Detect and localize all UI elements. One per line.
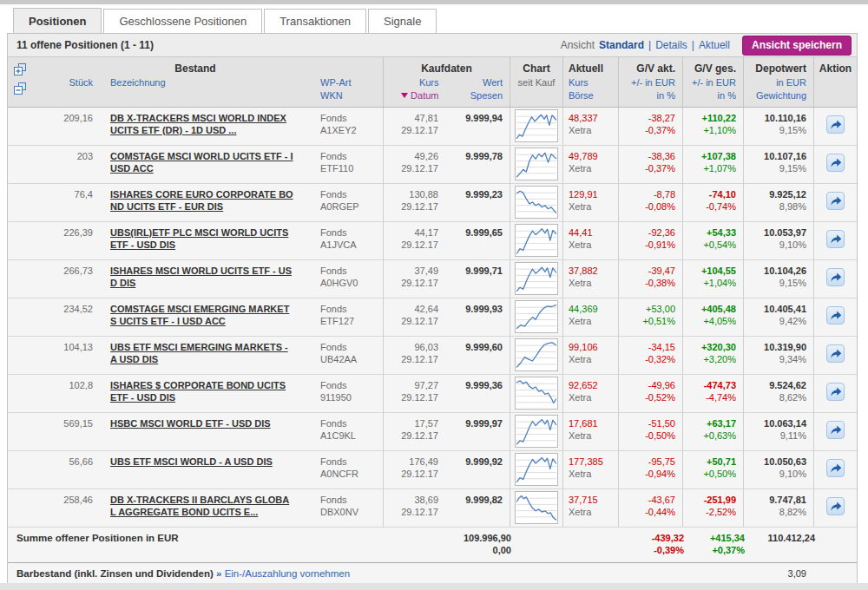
position-row: 569,15 HSBC MSCI WORLD ETF - USD DIS Fon…	[8, 413, 857, 451]
column-aktuell-kurs[interactable]: Kurs	[569, 76, 618, 89]
column-wert[interactable]: Wert	[446, 76, 503, 89]
column-stueck[interactable]: Stück	[34, 76, 93, 89]
trade-action-button[interactable]	[826, 192, 845, 210]
position-name-link[interactable]: ISHARES $ CORPORATE BOND UCITS ETF - USD…	[110, 379, 294, 403]
tab-positionen[interactable]: Positionen	[13, 8, 102, 33]
column-gewichtung[interactable]: Gewichtung	[744, 89, 806, 102]
column-group-bestand: Bestand	[8, 62, 383, 76]
position-name-link[interactable]: ISHARES CORE EURO CORPORATE BOND UCITS E…	[110, 188, 294, 213]
sum-gv-akt-pct: -0,39%	[627, 544, 684, 556]
collapse-all-icon[interactable]	[13, 82, 27, 95]
gv-ges-eur: +50,71	[683, 456, 736, 468]
trade-action-button[interactable]	[826, 383, 845, 401]
depot-value-cell: 10.063,14 9,11%	[743, 413, 813, 450]
deposit-withdrawal-link[interactable]: Ein-/Auszahlung vornehmen	[225, 568, 350, 579]
trade-action-button[interactable]	[826, 115, 845, 134]
forward-arrow-icon	[828, 193, 843, 208]
purchase-date: 29.12.17	[384, 277, 438, 289]
gv-akt-eur: -34,15	[619, 341, 675, 353]
trade-action-button[interactable]	[826, 230, 845, 248]
position-name-link[interactable]: UBS ETF MSCI EMERGING MARKETS - A USD DI…	[110, 341, 294, 365]
purchase-date: 29.12.17	[384, 468, 438, 480]
sparkline-chart[interactable]	[515, 109, 558, 142]
exchange-name: Xetra	[569, 429, 618, 442]
position-row: 104,13 UBS ETF MSCI EMERGING MARKETS - A…	[8, 337, 857, 375]
tab-signale[interactable]: Signale	[368, 9, 437, 33]
gv-akt-pct: -0,94%	[619, 468, 675, 480]
column-gv-akt-eur[interactable]: +/- in EUR	[619, 76, 675, 89]
sparkline-chart[interactable]	[515, 300, 558, 333]
purchase-date: 29.12.17	[384, 391, 438, 403]
wkn-value: 911950	[320, 391, 383, 403]
tab-geschlossene-positionen[interactable]: Geschlossene Positionen	[103, 9, 262, 33]
trade-action-button[interactable]	[826, 154, 845, 172]
expand-all-icon[interactable]	[13, 62, 27, 76]
tab-transaktionen[interactable]: Transaktionen	[264, 9, 366, 33]
tab-bar: Positionen Geschlossene Positionen Trans…	[13, 8, 868, 33]
current-price-cell: 48,337 Xetra	[562, 108, 618, 145]
column-gv-ges-pct[interactable]: in %	[683, 89, 736, 102]
purchase-price: 38,69	[384, 494, 438, 506]
gv-ges-cell: -474,73 -4,74%	[682, 375, 743, 412]
wkn-value: DBX0NV	[320, 506, 383, 518]
position-name-link[interactable]: COMSTAGE MSCI EMERGING MARKETS UCITS ETF…	[110, 303, 294, 327]
column-wp-art[interactable]: WP-Art	[320, 76, 383, 89]
sparkline-chart[interactable]	[515, 453, 558, 486]
position-name-link[interactable]: UBS(IRL)ETF PLC MSCI WORLD UCITS ETF - U…	[110, 226, 294, 251]
sparkline-chart[interactable]	[515, 148, 558, 180]
trade-action-button[interactable]	[826, 497, 845, 515]
column-datum-sorted[interactable]: Datum	[411, 90, 438, 101]
column-bezeichnung[interactable]: Bezeichnung	[110, 76, 320, 89]
sparkline-chart[interactable]	[515, 377, 558, 410]
trade-action-button[interactable]	[826, 306, 845, 324]
depot-value: 10.107,16	[744, 150, 806, 162]
position-name-link[interactable]: ISHARES MSCI WORLD UCITS ETF - USD DIS	[110, 265, 294, 289]
position-name-link[interactable]: HSBC MSCI WORLD ETF - USD DIS	[110, 417, 294, 429]
column-gv-akt-pct[interactable]: in %	[619, 89, 675, 102]
gv-ges-pct: +1,10%	[683, 124, 736, 136]
purchase-price: 49,26	[384, 150, 438, 162]
position-name-link[interactable]: DB X-TRACKERS II BARCLAYS GLOBAL AGGREGA…	[110, 494, 294, 518]
sparkline-chart[interactable]	[515, 262, 558, 295]
forward-arrow-icon	[828, 155, 843, 170]
position-name-link[interactable]: COMSTAGE MSCI WORLD UCITS ETF - I USD AC…	[110, 150, 294, 174]
view-option-aktuell[interactable]: Aktuell	[699, 39, 730, 51]
exchange-name: Xetra	[569, 315, 618, 327]
sum-gv-ges-pct: +0,37%	[691, 544, 745, 556]
wkn-value: A1JVCA	[320, 239, 383, 251]
trade-action-button[interactable]	[826, 459, 845, 477]
exchange-name: Xetra	[569, 391, 618, 403]
save-view-button[interactable]: Ansicht speichern	[742, 36, 852, 56]
sparkline-chart[interactable]	[515, 186, 558, 219]
gv-akt-eur: -49,96	[619, 379, 675, 391]
gv-ges-cell: +110,22 +1,10%	[682, 108, 743, 145]
sparkline-chart[interactable]	[515, 224, 558, 257]
gv-ges-pct: +3,20%	[683, 353, 736, 365]
chevron-right-icon: »	[216, 568, 221, 579]
trade-action-button[interactable]	[826, 268, 845, 286]
sparkline-chart[interactable]	[515, 415, 558, 448]
trade-action-button[interactable]	[826, 344, 845, 363]
sparkline-chart[interactable]	[515, 338, 558, 371]
view-option-standard[interactable]: Standard	[599, 39, 644, 51]
exchange-name: Xetra	[569, 124, 618, 136]
column-wkn[interactable]: WKN	[320, 89, 383, 102]
wp-art-value: Fonds	[320, 226, 383, 239]
position-name-link[interactable]: DB X-TRACKERS MSCI WORLD INDEX UCITS ETF…	[110, 112, 294, 136]
column-kauf-kurs[interactable]: Kurs	[384, 76, 439, 89]
column-boerse[interactable]: Börse	[569, 89, 618, 102]
column-gv-ges-eur[interactable]: +/- in EUR	[683, 76, 736, 89]
gv-ges-cell: +104,55 +1,04%	[682, 260, 743, 298]
forward-arrow-icon	[828, 346, 843, 361]
purchase-value: 9.999,78	[445, 150, 503, 162]
column-spesen[interactable]: Spesen	[446, 89, 503, 102]
sparkline-chart[interactable]	[515, 491, 558, 524]
purchase-value-cell: 9.999,82	[445, 489, 510, 527]
trade-action-button[interactable]	[826, 421, 845, 439]
position-name-link[interactable]: UBS ETF MSCI WORLD - A USD DIS	[110, 456, 294, 468]
purchase-price-cell: 130,88 29.12.17	[383, 184, 445, 221]
column-depot-eur[interactable]: in EUR	[744, 76, 806, 89]
depot-value-cell: 9.747,81 8,82%	[743, 489, 813, 527]
header-group-bestand: Bestand Stück Bezeichnung WP-Art WKN	[8, 57, 383, 107]
view-option-details[interactable]: Details	[655, 39, 687, 51]
